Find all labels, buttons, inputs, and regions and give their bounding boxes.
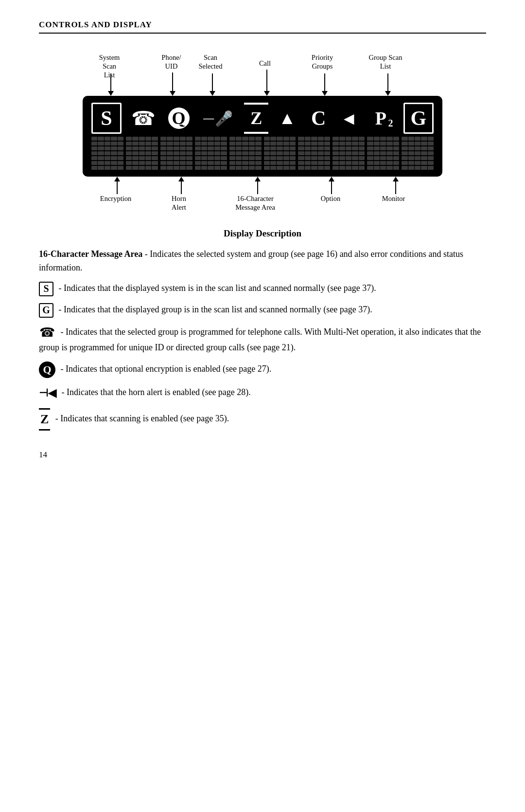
icon-p2: P 2 xyxy=(367,103,395,134)
header-title: CONTROLS AND DISPLAY xyxy=(39,20,152,29)
body-content: 16-Character Message Area - Indicates th… xyxy=(39,248,486,431)
z-desc-text: - Indicates that scanning is enabled (se… xyxy=(53,414,229,423)
phone-inline-icon: ☎ xyxy=(39,325,55,341)
icon-g: G xyxy=(403,103,434,134)
label-message-area: 16-Character Message Area xyxy=(224,194,287,212)
label-option: Option xyxy=(316,194,345,203)
section-s-icon: S - Indicates that the displayed system … xyxy=(39,282,486,296)
arrow-message xyxy=(255,177,261,194)
section-horn-icon: ⊣◀ - Indicates that the horn alert is en… xyxy=(39,385,486,401)
arrow-monitor xyxy=(393,177,399,194)
label-encryption: Encryption xyxy=(96,194,135,203)
matrix-col-9 xyxy=(367,137,399,170)
matrix-col-6 xyxy=(264,137,296,170)
s-desc-text: - Indicates that the displayed system is… xyxy=(56,283,376,293)
section-char-message: 16-Character Message Area - Indicates th… xyxy=(39,248,486,275)
horn-desc-text: - Indicates that the horn alert is enabl… xyxy=(59,387,251,397)
arrow-scan-selected xyxy=(210,73,215,96)
label-group-scan: Group Scan List xyxy=(366,53,405,71)
display-description-heading: Display Description xyxy=(39,228,486,239)
section-enc-icon: Q - Indicates that optional encryption i… xyxy=(39,361,486,378)
phone-desc-text: - Indicates that the selected group is p… xyxy=(39,327,481,352)
arrow-system-scan xyxy=(108,73,114,96)
arrow-call xyxy=(264,70,270,96)
z-inline-icon: Z xyxy=(39,408,50,431)
matrix-col-2 xyxy=(126,137,158,170)
arrow-priority xyxy=(322,73,328,96)
g-desc-text: - Indicates that the displayed group is … xyxy=(56,305,372,314)
icon-c: C xyxy=(306,103,331,134)
arrow-encryption xyxy=(114,177,120,194)
label-monitor: Monitor xyxy=(378,194,409,203)
label-phone-uid: Phone/ UID xyxy=(158,53,185,71)
arrow-group-scan xyxy=(385,73,391,96)
enc-desc-text: - Indicates that optional encryption is … xyxy=(58,364,271,374)
icon-z: Z xyxy=(244,103,268,134)
diagram-container: System Scan List Phone/ UID Scan Selecte… xyxy=(39,53,486,220)
section-phone-icon: ☎ - Indicates that the selected group is… xyxy=(39,325,486,355)
matrix-col-1 xyxy=(91,137,123,170)
label-horn: Horn Alert xyxy=(164,194,193,212)
section-g-icon: G - Indicates that the displayed group i… xyxy=(39,303,486,318)
icon-s: S xyxy=(91,103,122,134)
char-message-bold: 16-Character Message Area xyxy=(39,249,142,259)
arrow-horn xyxy=(178,177,184,194)
matrix-col-8 xyxy=(332,137,365,170)
icon-left-arrow: ◀ xyxy=(340,103,358,134)
matrix-col-4 xyxy=(195,137,227,170)
icon-row: S ☎ Q — — 🎤 Z ▲ xyxy=(91,103,434,134)
page-header: CONTROLS AND DISPLAY xyxy=(39,19,486,34)
matrix-col-7 xyxy=(298,137,330,170)
label-call: Call xyxy=(255,59,275,68)
top-label-area: System Scan List Phone/ UID Scan Selecte… xyxy=(83,53,442,96)
g-inline-icon: G xyxy=(39,303,53,318)
arrow-option xyxy=(329,177,334,194)
label-priority-groups: Priority Groups xyxy=(305,53,339,71)
matrix-col-10 xyxy=(402,137,434,170)
matrix-area xyxy=(91,137,434,170)
arrow-phone-uid xyxy=(170,72,175,96)
display-box: S ☎ Q — — 🎤 Z ▲ xyxy=(83,96,442,177)
horn-inline-icon: ⊣◀ xyxy=(39,385,56,401)
section-z-icon: Z - Indicates that scanning is enabled (… xyxy=(39,408,486,431)
bottom-annotations: Encryption Horn Alert 16-Character Messa… xyxy=(83,177,442,220)
matrix-col-5 xyxy=(229,137,262,170)
label-scan-selected: Scan Selected xyxy=(193,53,228,71)
s-inline-icon: S xyxy=(39,282,53,296)
icon-phone: ☎ xyxy=(130,103,157,134)
enc-inline-icon: Q xyxy=(39,361,55,378)
page-number: 14 xyxy=(39,450,486,460)
icon-horn: — 🎤 xyxy=(201,103,236,134)
icon-up-triangle: ▲ xyxy=(277,103,298,134)
icon-encryption: Q — xyxy=(165,103,192,134)
matrix-col-3 xyxy=(160,137,192,170)
